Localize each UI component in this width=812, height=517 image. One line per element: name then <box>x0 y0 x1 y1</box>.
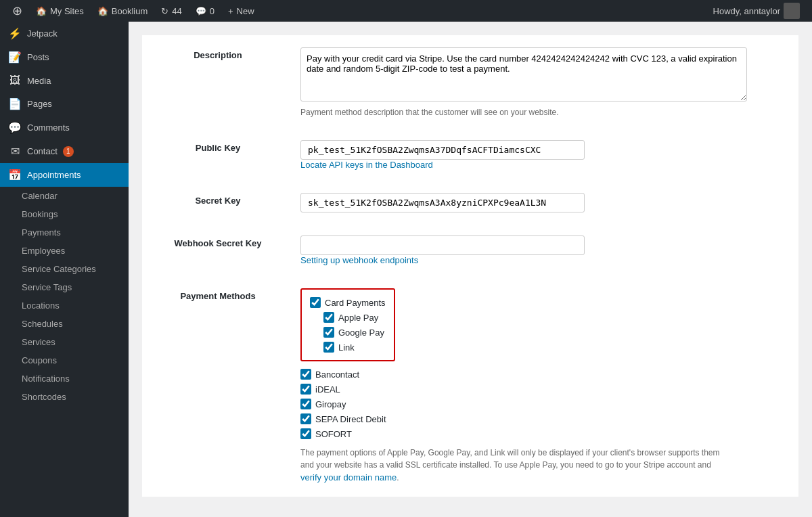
apple-pay-checkbox[interactable] <box>323 312 334 323</box>
new-label: New <box>237 6 254 16</box>
sidebar-item-posts[interactable]: 📝 Posts <box>0 45 129 69</box>
avatar <box>784 3 800 19</box>
description-hint: Payment method description that the cust… <box>300 108 790 117</box>
service-tags-label: Service Tags <box>22 282 72 292</box>
appointments-arrow <box>123 170 129 181</box>
howdy-label: Howdy, anntaylor <box>713 6 780 16</box>
google-pay-row: Google Pay <box>310 325 386 340</box>
giropay-row: Giropay <box>300 397 790 411</box>
contact-badge: 1 <box>63 146 74 157</box>
sidebar-item-comments[interactable]: 💬 Comments <box>0 116 129 139</box>
card-payments-checkbox[interactable] <box>310 297 321 308</box>
apple-pay-label: Apple Pay <box>338 313 378 323</box>
ideal-checkbox[interactable] <box>300 384 311 395</box>
link-row: Link <box>310 340 386 355</box>
card-payments-row: Card Payments <box>310 295 386 310</box>
services-label: Services <box>22 337 55 347</box>
google-pay-checkbox[interactable] <box>323 327 334 338</box>
bancontact-label: Bancontact <box>315 369 359 380</box>
site-name-button[interactable]: 🏠 Booklium <box>91 0 154 22</box>
sidebar-item-service-tags[interactable]: Service Tags <box>0 278 129 296</box>
sidebar-item-pages[interactable]: 📄 Pages <box>0 92 129 116</box>
sidebar-item-locations[interactable]: Locations <box>0 296 129 315</box>
my-sites-button[interactable]: 🏠 My Sites <box>29 0 91 22</box>
description-label: Description <box>143 37 292 128</box>
sidebar: ⚡ Jetpack 📝 Posts 🖼 Media 📄 Pages 💬 Comm… <box>0 22 129 517</box>
appointments-label: Appointments <box>27 170 81 180</box>
description-textarea-wrapper <box>300 47 747 104</box>
sidebar-item-payments[interactable]: Payments <box>0 223 129 242</box>
payment-methods-label: Payment Methods <box>143 277 292 495</box>
comments-icon: 💬 <box>8 121 22 134</box>
public-key-input[interactable] <box>300 140 585 160</box>
sepa-checkbox[interactable] <box>300 413 311 424</box>
secret-key-label: Secret Key <box>143 182 292 223</box>
webhook-key-field: Setting up webhook endpoints <box>294 225 797 276</box>
howdy-user[interactable]: Howdy, anntaylor <box>706 0 807 22</box>
pages-icon: 📄 <box>8 97 22 110</box>
apple-pay-row: Apple Pay <box>310 310 386 325</box>
payment-methods-note: The payment options of Apple Pay, Google… <box>300 447 720 485</box>
secret-key-field <box>294 182 797 223</box>
api-keys-link[interactable]: Locate API keys in the Dashboard <box>300 160 433 170</box>
ideal-row: iDEAL <box>300 382 790 397</box>
schedules-label: Schedules <box>22 319 63 329</box>
media-icon: 🖼 <box>8 74 22 87</box>
sidebar-item-appointments[interactable]: 📅 Appointments <box>0 163 129 187</box>
description-field: Payment method description that the cust… <box>294 37 797 128</box>
notifications-label: Notifications <box>22 374 70 384</box>
site-name-label: Booklium <box>112 6 148 16</box>
payment-note-suffix: . <box>397 473 399 482</box>
sidebar-item-calendar[interactable]: Calendar <box>0 187 129 205</box>
giropay-checkbox[interactable] <box>300 399 311 409</box>
ideal-label: iDEAL <box>315 384 340 395</box>
public-key-field: Locate API keys in the Dashboard <box>294 129 797 181</box>
sidebar-item-coupons[interactable]: Coupons <box>0 351 129 369</box>
public-key-label: Public Key <box>143 129 292 181</box>
comments-button[interactable]: 💬 0 <box>189 0 221 22</box>
admin-bar: ⊕ 🏠 My Sites 🏠 Booklium ↻ 44 💬 0 + New H… <box>0 0 812 22</box>
card-payments-label: Card Payments <box>325 298 386 308</box>
sepa-row: SEPA Direct Debit <box>300 411 790 426</box>
bancontact-checkbox[interactable] <box>300 369 311 380</box>
link-checkbox[interactable] <box>323 342 334 353</box>
sidebar-item-jetpack[interactable]: ⚡ Jetpack <box>0 22 129 45</box>
sidebar-item-contact[interactable]: ✉ Contact 1 <box>0 139 129 163</box>
comments-count: 0 <box>210 6 215 16</box>
sofort-checkbox[interactable] <box>300 428 311 439</box>
service-categories-label: Service Categories <box>22 264 96 274</box>
sidebar-item-shortcodes[interactable]: Shortcodes <box>0 388 129 406</box>
description-row: Description Payment method description t… <box>143 37 797 128</box>
verify-domain-link[interactable]: verify your domain name <box>300 472 397 482</box>
sidebar-item-notifications[interactable]: Notifications <box>0 369 129 388</box>
pages-label: Pages <box>27 99 52 109</box>
jetpack-label: Jetpack <box>27 28 58 39</box>
posts-icon: 📝 <box>8 51 22 64</box>
webhook-key-label: Webhook Secret Key <box>143 225 292 276</box>
my-sites-icon: 🏠 <box>36 6 47 16</box>
new-icon: + <box>228 6 233 16</box>
sidebar-item-bookings[interactable]: Bookings <box>0 205 129 223</box>
sidebar-item-media[interactable]: 🖼 Media <box>0 69 129 92</box>
comments-icon: 💬 <box>196 6 206 16</box>
sidebar-item-services[interactable]: Services <box>0 333 129 351</box>
payment-methods-highlighted-box: Card Payments Apple Pay Google Pay <box>300 288 395 361</box>
content-area: Description Payment method description t… <box>129 22 812 517</box>
description-textarea[interactable] <box>300 47 747 102</box>
bookings-label: Bookings <box>22 209 58 219</box>
webhook-link[interactable]: Setting up webhook endpoints <box>300 255 418 265</box>
my-sites-label: My Sites <box>50 6 84 16</box>
sidebar-item-service-categories[interactable]: Service Categories <box>0 260 129 278</box>
secret-key-input[interactable] <box>300 193 585 212</box>
wp-logo-button[interactable]: ⊕ <box>5 0 29 22</box>
settings-form: Description Payment method description t… <box>142 35 798 497</box>
updates-button[interactable]: ↻ 44 <box>154 0 188 22</box>
contact-icon: ✉ <box>8 145 22 158</box>
sidebar-item-employees[interactable]: Employees <box>0 242 129 260</box>
webhook-key-input[interactable] <box>300 235 585 255</box>
sepa-label: SEPA Direct Debit <box>315 414 386 424</box>
new-content-button[interactable]: + New <box>221 0 261 22</box>
sofort-row: SOFORT <box>300 426 790 441</box>
payment-note-text: The payment options of Apple Pay, Google… <box>300 448 720 470</box>
sidebar-item-schedules[interactable]: Schedules <box>0 315 129 333</box>
